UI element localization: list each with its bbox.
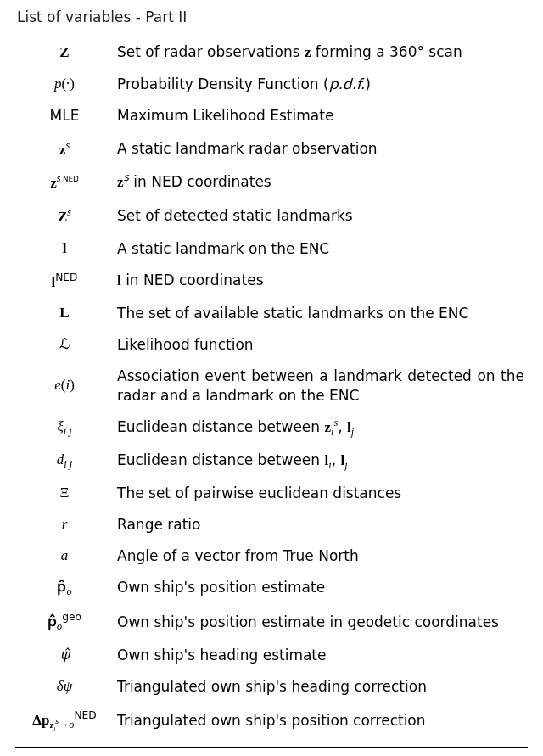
symbol-cell: δψ bbox=[15, 671, 114, 703]
symbol-cell: zs NED bbox=[15, 165, 114, 199]
symbol-cell: p(·) bbox=[15, 69, 114, 100]
table-row: δψTriangulated own ship's heading correc… bbox=[15, 671, 528, 703]
symbol-cell: zs bbox=[15, 132, 114, 166]
variables-table: ZSet of radar observations z forming a 3… bbox=[15, 36, 528, 740]
description-cell: The set of pairwise euclidean distances bbox=[114, 478, 528, 509]
table-row: e(i)Association event between a landmark… bbox=[15, 361, 528, 412]
symbol-cell: lNED bbox=[15, 265, 114, 299]
symbol-cell: ℒ bbox=[15, 329, 114, 361]
table-row: zsA static landmark radar observation bbox=[15, 132, 528, 166]
description-cell: Own ship's heading estimate bbox=[114, 640, 528, 671]
symbol-cell: ξi j bbox=[15, 412, 114, 445]
table-row: zs NEDzs in NED coordinates bbox=[15, 165, 528, 199]
description-cell: Likelihood function bbox=[114, 329, 528, 361]
description-cell: l in NED coordinates bbox=[114, 265, 528, 299]
symbol-cell: Z bbox=[15, 36, 114, 69]
symbol-cell: di j bbox=[15, 445, 114, 478]
description-cell: zs in NED coordinates bbox=[114, 165, 528, 199]
symbol-cell: Δpzis→oNED bbox=[15, 703, 114, 740]
bottom-rule bbox=[15, 747, 528, 748]
description-cell: Own ship's position estimate in geodetic… bbox=[114, 604, 528, 640]
table-row: ψ̂Own ship's heading estimate bbox=[15, 640, 528, 671]
description-cell: Set of detected static landmarks bbox=[114, 199, 528, 233]
description-cell: Euclidean distance between zis, lj bbox=[114, 412, 528, 445]
table-row: LThe set of available static landmarks o… bbox=[15, 298, 528, 329]
table-row: p̂oOwn ship's position estimate bbox=[15, 572, 528, 605]
description-cell: A static landmark radar observation bbox=[114, 132, 528, 166]
table-row: p(·)Probability Density Function (p.d.f.… bbox=[15, 69, 528, 100]
description-cell: Set of radar observations z forming a 36… bbox=[114, 36, 528, 69]
description-cell: Euclidean distance between li, lj bbox=[114, 445, 528, 478]
table-row: ZsSet of detected static landmarks bbox=[15, 199, 528, 233]
table-row: lA static landmark on the ENC bbox=[15, 233, 528, 265]
description-cell: Association event between a landmark det… bbox=[114, 361, 528, 412]
table-row: Δpzis→oNEDTriangulated own ship's positi… bbox=[15, 703, 528, 740]
table-row: aAngle of a vector from True North bbox=[15, 540, 528, 572]
symbol-cell: r bbox=[15, 509, 114, 540]
description-cell: Probability Density Function (p.d.f.) bbox=[114, 69, 528, 100]
table-row: MLEMaximum Likelihood Estimate bbox=[15, 100, 528, 132]
symbol-cell: e(i) bbox=[15, 361, 114, 412]
description-cell: Maximum Likelihood Estimate bbox=[114, 100, 528, 132]
table-row: ξi jEuclidean distance between zis, lj bbox=[15, 412, 528, 445]
table-row: p̂ogeoOwn ship's position estimate in ge… bbox=[15, 604, 528, 640]
symbol-cell: Zs bbox=[15, 199, 114, 233]
top-rule bbox=[15, 31, 528, 31]
symbol-cell: ψ̂ bbox=[15, 640, 114, 671]
table-row: ℒLikelihood function bbox=[15, 329, 528, 361]
symbol-cell: p̂ogeo bbox=[15, 604, 114, 640]
table-caption: List of variables - Part II bbox=[17, 8, 528, 25]
table-row: di jEuclidean distance between li, lj bbox=[15, 445, 528, 478]
symbol-cell: Ξ bbox=[15, 478, 114, 509]
table-row: ZSet of radar observations z forming a 3… bbox=[15, 36, 528, 69]
symbol-cell: MLE bbox=[15, 100, 114, 132]
symbol-cell: a bbox=[15, 540, 114, 572]
symbol-cell: L bbox=[15, 298, 114, 329]
symbol-cell: p̂o bbox=[15, 572, 114, 605]
symbol-cell: l bbox=[15, 233, 114, 265]
description-cell: Own ship's position estimate bbox=[114, 572, 528, 605]
description-cell: Triangulated own ship's heading correcti… bbox=[114, 671, 528, 703]
description-cell: Triangulated own ship's position correct… bbox=[114, 703, 528, 740]
description-cell: Range ratio bbox=[114, 509, 528, 540]
table-row: ΞThe set of pairwise euclidean distances bbox=[15, 478, 528, 509]
description-cell: The set of available static landmarks on… bbox=[114, 298, 528, 329]
table-row: rRange ratio bbox=[15, 509, 528, 540]
description-cell: A static landmark on the ENC bbox=[114, 233, 528, 265]
table-row: lNEDl in NED coordinates bbox=[15, 265, 528, 299]
description-cell: Angle of a vector from True North bbox=[114, 540, 528, 572]
